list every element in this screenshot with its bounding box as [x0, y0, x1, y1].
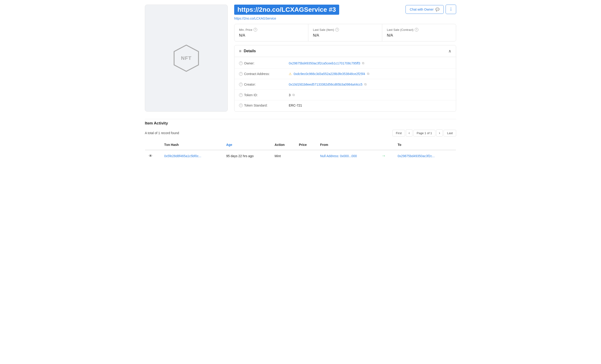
action-buttons: Chat with Owner 💬 ⋮ [405, 5, 456, 14]
header-row: https://2no.co/LCXAGService #3 https://2… [234, 5, 456, 20]
copy-contract-icon[interactable]: ⧉ [367, 72, 369, 76]
nft-hexagon: NFT [171, 43, 201, 73]
last-sale-contract-value: N/A [387, 33, 451, 38]
contract-address-link[interactable]: 0xdc9ec0c966c3d3a552a228b3fe353848ce2f25… [294, 72, 365, 76]
last-page-button[interactable]: Last [443, 130, 456, 136]
prev-page-button[interactable]: ‹ [406, 129, 412, 137]
table-header-row: Txn Hash Age Action Price From To [145, 140, 456, 150]
contract-key: ? Contract Address: [239, 72, 285, 76]
th-arrow [378, 140, 394, 150]
chevron-up-icon: ∧ [448, 48, 451, 54]
th-from: From [316, 140, 378, 150]
copy-token-id-icon[interactable]: ⧉ [292, 93, 295, 97]
owner-help-icon[interactable]: ? [239, 61, 243, 65]
nft-image-container: NFT [145, 5, 228, 112]
contract-row: ? Contract Address: ⚠ 0xdc9ec0c966c3d3a5… [234, 68, 456, 79]
activity-controls: A total of 1 record found First ‹ Page 1… [145, 129, 456, 137]
last-sale-contract-help-icon[interactable]: ? [415, 28, 418, 31]
record-count: A total of 1 record found [145, 131, 179, 135]
last-sale-item-value: N/A [313, 33, 377, 38]
token-standard-value: ERC-721 [289, 104, 451, 107]
creator-help-icon[interactable]: ? [239, 83, 243, 86]
last-sale-contract-label: Last Sale (Contract) ? [387, 28, 451, 31]
token-standard-help-icon[interactable]: ? [239, 104, 243, 107]
page-info: Page 1 of 1 [413, 130, 436, 136]
to-address-link[interactable]: 0x29875bd49350ac3f2c... [398, 154, 435, 158]
row-from: Null Address: 0x000...000 [316, 150, 378, 162]
th-to: To [394, 140, 456, 150]
activity-title: Item Activity [145, 121, 456, 126]
txn-hash-link[interactable]: 0x5fe28d8f465a1c5bf0c... [164, 154, 201, 158]
th-price: Price [295, 140, 316, 150]
activity-section: Item Activity A total of 1 record found … [145, 121, 456, 162]
min-price-help-icon[interactable]: ? [253, 28, 257, 31]
pagination: First ‹ Page 1 of 1 › Last [392, 129, 456, 137]
details-header[interactable]: ≡ Details ∧ [234, 45, 456, 57]
last-sale-item-label: Last Sale (Item) ? [313, 28, 377, 31]
copy-creator-icon[interactable]: ⧉ [364, 82, 367, 86]
copy-owner-icon[interactable]: ⧉ [362, 61, 364, 65]
chat-with-owner-button[interactable]: Chat with Owner 💬 [405, 5, 444, 14]
token-id-help-icon[interactable]: ? [239, 93, 243, 97]
row-to: 0x29875bd49350ac3f2c... [394, 150, 456, 162]
nft-title: https://2no.co/LCXAGService #3 [234, 5, 339, 15]
list-icon: ≡ [239, 49, 241, 54]
last-sale-item-help-icon[interactable]: ? [335, 28, 339, 31]
section-divider [145, 119, 456, 119]
chat-icon: 💬 [435, 8, 439, 11]
creator-value: 0x10d1fd1b8eed57133382d56cd65b3a0984a44c… [289, 82, 451, 86]
info-panel: https://2no.co/LCXAGService #3 https://2… [234, 5, 456, 112]
th-age: Age [222, 140, 271, 150]
creator-address-link[interactable]: 0x10d1fd1b8eed57133382d56cd65b3a0984a44c… [289, 83, 362, 86]
token-id-key: ? Token ID: [239, 93, 285, 97]
next-page-button[interactable]: › [436, 129, 442, 137]
more-options-button[interactable]: ⋮ [446, 5, 456, 14]
contract-help-icon[interactable]: ? [239, 72, 243, 76]
creator-row: ? Creator: 0x10d1fd1b8eed57133382d56cd65… [234, 79, 456, 90]
transfer-arrow-icon: → [381, 153, 386, 158]
warning-icon: ⚠ [289, 72, 292, 76]
th-action: Action [271, 140, 295, 150]
row-age: 95 days 22 hrs ago [222, 150, 271, 162]
details-card: ≡ Details ∧ ? Owner: 0x29875bd49350ac3f2… [234, 45, 456, 112]
activity-table: Txn Hash Age Action Price From To 👁 0x5f… [145, 139, 456, 162]
token-id-row: ? Token ID: 3 ⧉ [234, 90, 456, 100]
owner-key: ? Owner: [239, 61, 285, 65]
nft-label: NFT [181, 55, 191, 61]
contract-value: ⚠ 0xdc9ec0c966c3d3a552a228b3fe353848ce2f… [289, 72, 451, 76]
nft-placeholder: NFT [171, 43, 201, 73]
owner-address-link[interactable]: 0x29875bd49350ac3f2ca5ceeb1c1701708c795f… [289, 61, 360, 65]
from-address-link[interactable]: Null Address: 0x000...000 [320, 154, 357, 158]
row-eye[interactable]: 👁 [145, 150, 161, 162]
token-standard-row: ? Token Standard: ERC-721 [234, 100, 456, 110]
table-row: 👁 0x5fe28d8f465a1c5bf0c... 95 days 22 hr… [145, 150, 456, 162]
first-page-button[interactable]: First [392, 130, 405, 136]
min-price-label: Min. Price ? [239, 28, 303, 31]
row-action: Mint [271, 150, 295, 162]
row-txn-hash: 0x5fe28d8f465a1c5bf0c... [160, 150, 222, 162]
price-card: Min. Price ? N/A Last Sale (Item) ? N/A … [234, 24, 456, 41]
chat-button-label: Chat with Owner [410, 8, 434, 11]
min-price-item: Min. Price ? N/A [234, 24, 308, 41]
row-price [295, 150, 316, 162]
owner-value: 0x29875bd49350ac3f2ca5ceeb1c1701708c795f… [289, 61, 451, 65]
details-body: ? Owner: 0x29875bd49350ac3f2ca5ceeb1c170… [234, 57, 456, 111]
owner-row: ? Owner: 0x29875bd49350ac3f2ca5ceeb1c170… [234, 58, 456, 68]
more-dots-icon: ⋮ [449, 7, 453, 11]
title-block: https://2no.co/LCXAGService #3 https://2… [234, 5, 402, 20]
row-arrow: → [378, 150, 394, 162]
th-eye [145, 140, 161, 150]
creator-key: ? Creator: [239, 83, 285, 86]
token-standard-key: ? Token Standard: [239, 104, 285, 107]
min-price-value: N/A [239, 33, 303, 38]
last-sale-item-item: Last Sale (Item) ? N/A [308, 24, 382, 41]
token-id-value: 3 ⧉ [289, 93, 451, 97]
last-sale-contract-item: Last Sale (Contract) ? N/A [382, 24, 456, 41]
details-header-left: ≡ Details [239, 49, 256, 54]
collection-link[interactable]: https://2no.co/LCXAGService [234, 17, 402, 20]
details-section-label: Details [244, 49, 256, 53]
th-txn-hash: Txn Hash [160, 140, 222, 150]
